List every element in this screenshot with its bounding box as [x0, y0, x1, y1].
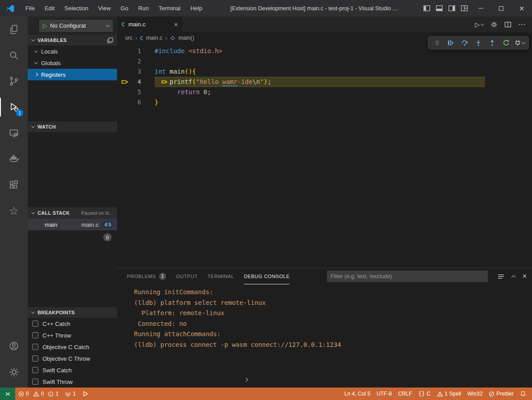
- toggle-panel-icon[interactable]: [433, 0, 445, 17]
- maximize-panel-icon[interactable]: [511, 275, 515, 279]
- call-stack-frame[interactable]: main main.c 4:5: [28, 219, 117, 230]
- breadcrumb-file[interactable]: main.c: [146, 35, 163, 41]
- editor-tab-bar: C main.c × ▷ ⋯: [117, 17, 532, 32]
- tab-main-c[interactable]: C main.c ×: [117, 17, 182, 32]
- configure-button[interactable]: [490, 21, 498, 28]
- problems-indicator[interactable]: 0 0 1: [15, 388, 62, 400]
- breakpoint-checkbox[interactable]: [32, 379, 38, 385]
- panel-tab-output[interactable]: OUTPUT: [176, 268, 197, 284]
- breadcrumb-symbol[interactable]: main(): [178, 35, 194, 41]
- remote-indicator[interactable]: [0, 388, 15, 400]
- menu-go[interactable]: Go: [116, 0, 133, 17]
- minimize-button[interactable]: [470, 0, 491, 17]
- breadcrumb-folder[interactable]: src: [125, 35, 133, 41]
- activity-docker[interactable]: [0, 146, 28, 172]
- code-area[interactable]: 1#include <stdio.h>23int main(){4 printf…: [117, 44, 532, 108]
- console-filter-input[interactable]: [327, 271, 488, 282]
- menu-file[interactable]: File: [21, 0, 40, 17]
- panel-tab-debug-console[interactable]: DEBUG CONSOLE: [244, 268, 289, 284]
- console-line: Running attachCommands:: [134, 329, 532, 340]
- activity-run-and-debug[interactable]: 1: [0, 94, 28, 120]
- breakpoint-checkbox[interactable]: [32, 344, 38, 350]
- toggle-sidebar-icon[interactable]: [420, 0, 433, 17]
- call-stack-section-header[interactable]: CALL STACK Paused on st...: [28, 207, 117, 219]
- panel-tab-terminal[interactable]: TERMINAL: [207, 268, 234, 284]
- activity-source-control[interactable]: [0, 68, 28, 94]
- breakpoint-checkbox[interactable]: [32, 367, 38, 373]
- activity-accounts[interactable]: [0, 333, 28, 359]
- tab-close-icon[interactable]: ×: [174, 21, 178, 28]
- braces-icon: {}: [418, 391, 424, 397]
- breakpoint-row[interactable]: Objective C Catch: [28, 341, 117, 353]
- breakpoint-row[interactable]: Swift Throw: [28, 376, 117, 388]
- more-actions-button[interactable]: ⋯: [518, 20, 526, 29]
- activity-extensions[interactable]: [0, 172, 28, 198]
- chevron-down-icon: [31, 210, 35, 214]
- menu-selection[interactable]: Selection: [59, 0, 93, 17]
- editor-actions: ▷ ⋯: [475, 17, 532, 32]
- language-mode[interactable]: {} C: [415, 388, 433, 400]
- start-debugging-icon[interactable]: ▷: [43, 22, 47, 29]
- watch-section-header[interactable]: WATCH: [28, 121, 117, 132]
- variables-item-globals[interactable]: Globals: [28, 57, 117, 69]
- panel-tabs: PROBLEMS1OUTPUTTERMINALDEBUG CONSOLE: [127, 268, 289, 284]
- activity-remote-explorer[interactable]: [0, 120, 28, 146]
- menu-terminal[interactable]: Terminal: [154, 0, 185, 17]
- line-number[interactable]: 2: [117, 56, 141, 67]
- split-editor-button[interactable]: [504, 21, 511, 28]
- code-line-4: 4 printf("hello wamr-ide\n");: [117, 77, 532, 87]
- breakpoint-row[interactable]: Objective C Throw: [28, 353, 117, 364]
- customize-layout-icon[interactable]: [458, 0, 470, 17]
- menu-bar: FileEditSelectionViewGoRunTerminalHelp: [21, 0, 207, 17]
- activity-search[interactable]: [0, 42, 28, 68]
- breakpoint-row[interactable]: C++ Catch: [28, 318, 117, 329]
- activity-bar: 1 ☆: [0, 17, 28, 388]
- breakpoint-checkbox[interactable]: [32, 355, 38, 362]
- panel-tab-problems[interactable]: PROBLEMS1: [127, 268, 166, 284]
- debug-configuration-dropdown[interactable]: ▷ No Configurat: [39, 20, 113, 32]
- platform-indicator[interactable]: Win32: [464, 388, 486, 400]
- console-line: Running initCommands:: [134, 287, 532, 298]
- chevron-down-icon: [31, 124, 35, 128]
- files-icon: [8, 24, 19, 35]
- variables-item-locals[interactable]: Locals: [28, 46, 117, 57]
- collapse-all-icon[interactable]: [107, 38, 113, 43]
- ports-indicator[interactable]: 1: [62, 388, 79, 400]
- debug-status-item[interactable]: [79, 388, 92, 400]
- activity-explorer[interactable]: [0, 17, 28, 42]
- spell-checker-status[interactable]: 1 Spell: [434, 388, 465, 400]
- call-stack-count-badge: 0: [103, 233, 112, 242]
- breakpoints-section-header[interactable]: BREAKPOINTS: [28, 307, 117, 318]
- cursor-position[interactable]: Ln 4, Col 5: [341, 388, 373, 400]
- breakpoint-checkbox[interactable]: [32, 332, 38, 338]
- maximize-button[interactable]: [491, 0, 511, 17]
- variables-section-header[interactable]: VARIABLES: [28, 35, 117, 46]
- menu-help[interactable]: Help: [185, 0, 207, 17]
- call-stack-paused-hint: Paused on st...: [81, 211, 113, 216]
- code-line-text: int main(){: [117, 67, 532, 77]
- formatter-status[interactable]: Prettier: [486, 388, 517, 400]
- breakpoint-row[interactable]: C++ Throw: [28, 329, 117, 341]
- console-prompt-icon[interactable]: [241, 375, 250, 384]
- breakpoint-row[interactable]: Swift Catch: [28, 364, 117, 376]
- menu-edit[interactable]: Edit: [40, 0, 59, 17]
- breakpoint-checkbox[interactable]: [32, 321, 38, 327]
- close-button[interactable]: ×: [511, 0, 532, 17]
- remote-explorer-icon: [8, 128, 19, 138]
- close-panel-icon[interactable]: ×: [523, 272, 527, 280]
- activity-favorites[interactable]: ☆: [0, 198, 28, 224]
- run-or-debug-button[interactable]: ▷: [475, 21, 484, 28]
- toggle-secondary-sidebar-icon[interactable]: [445, 0, 458, 17]
- notifications-bell[interactable]: [517, 388, 529, 400]
- variables-item-label: Globals: [41, 60, 61, 67]
- console-line: (lldb) platform select remote-linux: [134, 298, 532, 308]
- symbol-method-icon: [170, 35, 176, 41]
- code-line-text: printf("hello wamr-ide\n");: [117, 77, 532, 87]
- encoding-indicator[interactable]: UTF-8: [373, 388, 395, 400]
- eol-indicator[interactable]: CRLF: [395, 388, 415, 400]
- variables-item-registers[interactable]: Registers: [28, 69, 117, 80]
- menu-view[interactable]: View: [93, 0, 116, 17]
- activity-settings[interactable]: [0, 359, 28, 385]
- output-actions-icon[interactable]: [498, 274, 504, 279]
- menu-run[interactable]: Run: [133, 0, 154, 17]
